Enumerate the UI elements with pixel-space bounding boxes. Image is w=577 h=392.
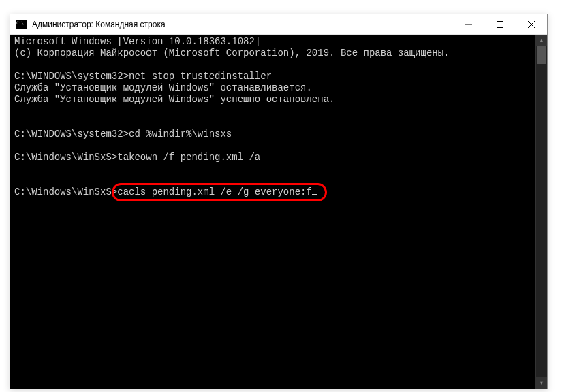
console-blank xyxy=(14,59,535,71)
console-blank xyxy=(14,140,535,152)
console-line: C:\Windows\WinSxS>takeown /f pending.xml… xyxy=(14,152,535,163)
window-controls xyxy=(453,14,547,34)
vertical-scrollbar[interactable]: ▲ ▼ xyxy=(535,35,547,389)
console-blank xyxy=(14,175,535,186)
console-line: Служба "Установщик модулей Windows" успе… xyxy=(14,94,535,105)
console-area[interactable]: Microsoft Windows [Version 10.0.18363.10… xyxy=(10,35,547,389)
prompt: C:\Windows\WinSxS> xyxy=(14,152,117,163)
maximize-button[interactable] xyxy=(484,14,516,34)
console-line: C:\Windows\WinSxS>cacls pending.xml /e /… xyxy=(14,186,535,198)
console-blank xyxy=(14,117,535,129)
prompt: C:\WINDOWS\system32> xyxy=(14,129,129,140)
command: net stop trustedinstaller xyxy=(129,71,272,82)
titlebar[interactable]: Администратор: Командная строка xyxy=(10,14,547,35)
cmd-window: Администратор: Командная строка Microsof… xyxy=(10,14,548,389)
cursor xyxy=(312,194,317,195)
console-line: Microsoft Windows [Version 10.0.18363.10… xyxy=(14,36,535,48)
console-line: (c) Корпорация Майкрософт (Microsoft Cor… xyxy=(14,48,535,59)
close-button[interactable] xyxy=(516,14,547,34)
prompt: C:\Windows\WinSxS> xyxy=(14,186,117,197)
command: cd %windir%\winsxs xyxy=(129,129,232,140)
svg-rect-1 xyxy=(497,21,503,27)
command: takeown /f pending.xml /a xyxy=(117,152,260,163)
console-line: C:\WINDOWS\system32>cd %windir%\winsxs xyxy=(14,129,535,140)
highlighted-command: cacls pending.xml /e /g everyone:f xyxy=(117,186,317,198)
scroll-up-button[interactable]: ▲ xyxy=(536,35,547,46)
scroll-down-button[interactable]: ▼ xyxy=(536,377,547,389)
cmd-icon xyxy=(16,20,27,29)
window-title: Администратор: Командная строка xyxy=(32,20,453,29)
minimize-button[interactable] xyxy=(453,14,484,34)
scroll-thumb[interactable] xyxy=(537,46,546,64)
console-blank xyxy=(14,163,535,175)
prompt: C:\WINDOWS\system32> xyxy=(14,71,129,82)
console-line: C:\WINDOWS\system32>net stop trustedinst… xyxy=(14,71,535,82)
console-line: Служба "Установщик модулей Windows" оста… xyxy=(14,82,535,94)
console-blank xyxy=(14,105,535,117)
command: cacls pending.xml /e /g everyone:f xyxy=(117,186,312,197)
